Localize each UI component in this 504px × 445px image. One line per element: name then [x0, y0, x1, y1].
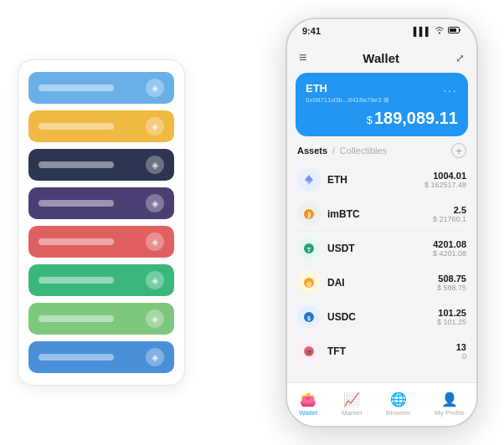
- card-row-text-7: [39, 354, 114, 361]
- card-row-icon-6: ◈: [146, 309, 164, 328]
- asset-values-usdc: 101.25 $ 101.25: [437, 308, 466, 326]
- tab-separator: /: [332, 146, 335, 156]
- bottom-nav: 👛 Wallet 📈 Market 🌐 Browser 👤 My Profile: [287, 382, 476, 426]
- scene: ◈ ◈ ◈ ◈ ◈ ◈ ◈ ◈ 9:41 ▌▌▌: [9, 9, 495, 436]
- svg-text:T: T: [307, 246, 311, 253]
- asset-item-imbtc[interactable]: ₿ imBTC 2.5 $ 21760.1: [294, 197, 470, 232]
- nav-icon-browser: 🌐: [390, 391, 407, 407]
- asset-values-usdt: 4201.08 $ 4201.08: [433, 239, 466, 258]
- asset-name-tft: TFT: [327, 345, 456, 357]
- nav-item-market[interactable]: 📈 Market: [342, 391, 362, 417]
- card-row-2[interactable]: ◈: [28, 149, 174, 181]
- card-row-7[interactable]: ◈: [28, 341, 174, 373]
- svg-text:$: $: [307, 315, 311, 322]
- assets-tabs: Assets / Collectibles: [297, 146, 387, 156]
- asset-usd-tft: 0: [456, 352, 466, 361]
- card-row-0[interactable]: ◈: [28, 72, 174, 104]
- eth-card-label: ETH: [306, 82, 327, 95]
- asset-amount-usdc: 101.25: [437, 308, 466, 318]
- card-row-icon-7: ◈: [146, 348, 164, 366]
- asset-icon-usdc: $: [297, 305, 321, 329]
- wifi-icon: [435, 26, 445, 36]
- header-title: Wallet: [363, 51, 399, 65]
- phone-header: ≡ Wallet ⤢: [287, 43, 476, 73]
- card-row-icon-5: ◈: [146, 271, 164, 289]
- nav-label-browser: Browser: [386, 409, 410, 417]
- asset-item-eth[interactable]: ETH 1004.01 $ 162517.48: [294, 163, 470, 197]
- asset-amount-tft: 13: [456, 342, 466, 352]
- asset-amount-imbtc: 2.5: [433, 205, 466, 215]
- asset-values-eth: 1004.01 $ 162517.48: [424, 171, 466, 189]
- nav-label-market: Market: [342, 409, 362, 417]
- card-row-icon-4: ◈: [146, 233, 164, 251]
- phone-mockup: 9:41 ▌▌▌: [285, 18, 478, 427]
- asset-item-tft[interactable]: 🦋 TFT 13 0: [294, 335, 470, 369]
- add-asset-button[interactable]: +: [451, 143, 466, 158]
- assets-tab-active[interactable]: Assets: [297, 146, 327, 156]
- asset-values-imbtc: 2.5 $ 21760.1: [433, 205, 466, 223]
- card-row-5[interactable]: ◈: [28, 264, 174, 296]
- asset-list: ETH 1004.01 $ 162517.48 ₿ imBTC 2.5 $ 21…: [287, 163, 476, 382]
- asset-values-dai: 508.75 $ 508.75: [437, 274, 466, 292]
- status-bar: 9:41 ▌▌▌: [287, 19, 476, 43]
- asset-amount-usdt: 4201.08: [433, 239, 466, 249]
- svg-text:🦋: 🦋: [305, 347, 313, 355]
- assets-header: Assets / Collectibles +: [287, 143, 476, 163]
- asset-item-usdc[interactable]: $ USDC 101.25 $ 101.25: [294, 300, 470, 335]
- svg-text:◎: ◎: [306, 281, 311, 287]
- asset-name-dai: DAI: [327, 277, 437, 289]
- card-row-icon-0: ◈: [146, 79, 164, 97]
- nav-item-wallet[interactable]: 👛 Wallet: [299, 391, 317, 417]
- card-row-text-6: [39, 315, 114, 322]
- card-row-4[interactable]: ◈: [28, 226, 174, 258]
- asset-icon-dai: ◎: [297, 271, 321, 294]
- assets-tab-collectibles[interactable]: Collectibles: [340, 146, 387, 156]
- card-row-icon-1: ◈: [146, 117, 164, 136]
- asset-amount-eth: 1004.01: [424, 171, 466, 181]
- card-row-text-3: [39, 200, 114, 207]
- asset-item-dai[interactable]: ◎ DAI 508.75 $ 508.75: [294, 266, 470, 300]
- card-row-text-2: [39, 161, 114, 168]
- card-row-text-4: [39, 238, 114, 245]
- nav-label-wallet: Wallet: [299, 409, 317, 417]
- asset-amount-dai: 508.75: [437, 274, 466, 284]
- battery-icon: [448, 26, 461, 36]
- card-row-3[interactable]: ◈: [28, 187, 174, 219]
- expand-icon[interactable]: ⤢: [455, 52, 465, 64]
- card-row-text-1: [39, 123, 114, 130]
- status-icons: ▌▌▌: [414, 26, 461, 36]
- nav-item-my-profile[interactable]: 👤 My Profile: [435, 391, 465, 417]
- asset-name-usdt: USDT: [327, 243, 433, 254]
- asset-usd-eth: $ 162517.48: [424, 181, 466, 189]
- nav-icon-my-profile: 👤: [441, 391, 458, 407]
- asset-icon-tft: 🦋: [297, 340, 321, 363]
- asset-item-usdt[interactable]: T USDT 4201.08 $ 4201.08: [294, 232, 470, 266]
- card-row-icon-3: ◈: [146, 194, 164, 212]
- nav-icon-market: 📈: [343, 391, 360, 407]
- card-row-6[interactable]: ◈: [28, 303, 174, 335]
- eth-card-balance: $189,089.11: [306, 109, 458, 128]
- status-time: 9:41: [302, 26, 321, 36]
- dollar-sign: $: [367, 114, 373, 126]
- eth-card[interactable]: ETH ... 0x08711d3b...8418a78e3 ⊞ $189,08…: [296, 73, 468, 136]
- eth-card-address: 0x08711d3b...8418a78e3 ⊞: [306, 96, 458, 104]
- card-row-1[interactable]: ◈: [28, 110, 174, 142]
- asset-usd-imbtc: $ 21760.1: [433, 215, 466, 223]
- nav-item-browser[interactable]: 🌐 Browser: [386, 391, 410, 417]
- asset-usd-usdc: $ 101.25: [437, 318, 466, 326]
- asset-name-imbtc: imBTC: [327, 208, 433, 220]
- asset-usd-dai: $ 508.75: [437, 284, 466, 292]
- asset-name-usdc: USDC: [327, 311, 437, 323]
- eth-balance-amount: 189,089.11: [374, 109, 458, 127]
- nav-label-my-profile: My Profile: [435, 409, 465, 417]
- asset-icon-usdt: T: [297, 237, 321, 260]
- eth-card-top: ETH ...: [306, 81, 458, 95]
- asset-icon-eth: [297, 168, 321, 192]
- eth-card-menu[interactable]: ...: [443, 81, 458, 95]
- card-row-text-0: [39, 84, 114, 91]
- nav-icon-wallet: 👛: [300, 391, 316, 407]
- menu-icon[interactable]: ≡: [299, 50, 306, 65]
- signal-icon: ▌▌▌: [414, 27, 431, 36]
- svg-text:₿: ₿: [307, 212, 311, 218]
- svg-rect-1: [450, 28, 456, 32]
